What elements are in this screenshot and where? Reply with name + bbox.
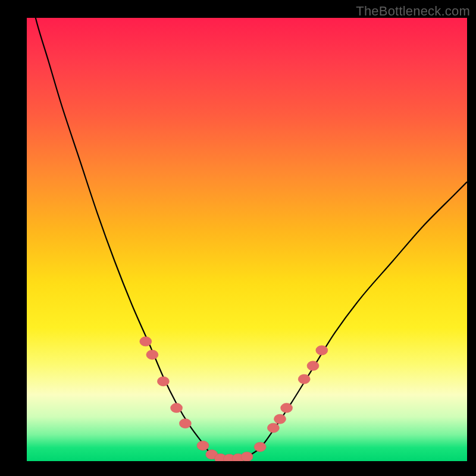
plot-area <box>27 18 467 461</box>
marker-dot <box>241 452 253 461</box>
marker-dot <box>281 403 293 413</box>
marker-dot <box>274 414 286 424</box>
marker-dot <box>179 419 191 428</box>
marker-dots <box>140 337 328 461</box>
marker-dot <box>316 346 328 355</box>
marker-dot <box>146 350 158 359</box>
marker-dot <box>171 403 183 413</box>
chart-frame: TheBottleneck.com <box>0 0 476 476</box>
marker-dot <box>267 423 279 433</box>
marker-dot <box>254 442 266 452</box>
marker-dot <box>197 441 209 450</box>
marker-dot <box>157 377 169 386</box>
watermark-text: TheBottleneck.com <box>356 4 470 19</box>
marker-dot <box>140 337 152 346</box>
marker-dot <box>298 374 310 384</box>
marker-dot <box>307 361 319 371</box>
curve-path <box>27 18 467 459</box>
